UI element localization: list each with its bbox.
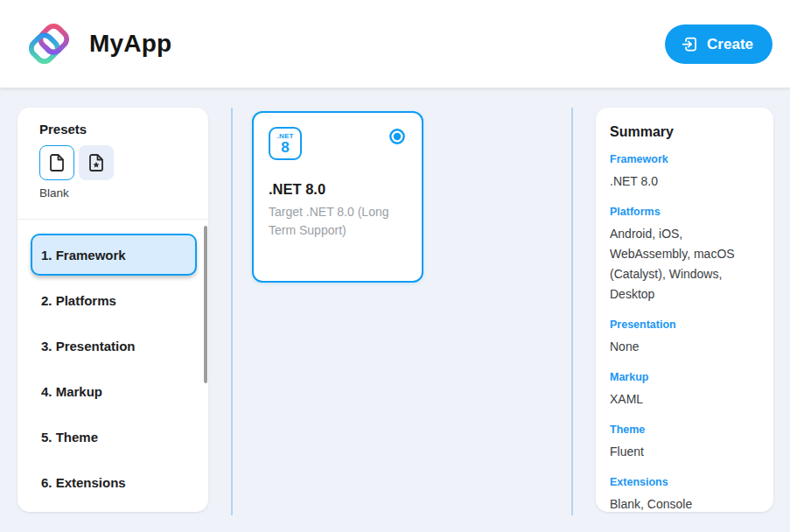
summary-label: Presentation [610, 318, 759, 331]
summary-label: Markup [610, 371, 759, 383]
step-label: 2. Platforms [41, 293, 116, 308]
summary-value: XAML [610, 389, 760, 410]
summary-label: Extensions [610, 476, 759, 488]
preset-template-button[interactable] [79, 145, 114, 180]
presets-heading: Presets [39, 122, 187, 136]
blank-file-icon [46, 152, 67, 173]
step-extensions[interactable]: 6. Extensions [31, 461, 197, 503]
framework-option-card[interactable]: .NET 8 .NET 8.0 Target .NET 8.0 (Long Te… [252, 111, 423, 283]
dotnet-8-badge-icon: .NET 8 [269, 127, 302, 160]
summary-section-markup: Markup XAML [610, 371, 759, 410]
summary-value: Fluent [610, 442, 760, 462]
summary-value: None [610, 337, 760, 357]
badge-number-text: 8 [281, 140, 289, 155]
app-logo-icon [24, 19, 73, 68]
column-divider-left [231, 108, 233, 515]
framework-option-title: .NET 8.0 [269, 181, 407, 198]
wizard-steps-list: 1. Framework 2. Platforms 3. Presentatio… [17, 234, 208, 503]
summary-value: Blank, Console [610, 494, 760, 514]
summary-section-presentation: Presentation None [610, 318, 759, 357]
enter-arrow-icon [681, 35, 699, 53]
step-platforms[interactable]: 2. Platforms [31, 279, 197, 321]
page-title: MyApp [89, 30, 171, 58]
summary-panel: Summary Framework .NET 8.0 Platforms And… [596, 108, 773, 512]
summary-value: Android, iOS, WebAssembly, macOS (Cataly… [610, 224, 760, 304]
summary-label: Theme [610, 424, 759, 436]
sidebar-divider [17, 219, 208, 220]
preset-selected-label: Blank [39, 186, 187, 200]
step-label: 1. Framework [41, 248, 126, 262]
app-header: MyApp Create [0, 0, 790, 88]
starred-file-icon [86, 152, 107, 173]
step-markup[interactable]: 4. Markup [31, 370, 197, 412]
summary-heading: Summary [610, 124, 759, 140]
summary-value: .NET 8.0 [610, 172, 760, 192]
presets-sidebar: Presets Blank [17, 108, 208, 512]
summary-label: Platforms [610, 206, 759, 218]
preset-blank-button[interactable] [39, 145, 74, 180]
step-framework[interactable]: 1. Framework [31, 234, 197, 276]
step-label: 3. Presentation [41, 339, 136, 354]
create-button-label: Create [707, 36, 753, 53]
step-label: 4. Markup [41, 384, 102, 399]
column-divider-right [571, 108, 573, 515]
summary-label: Framework [610, 153, 759, 165]
framework-option-subtitle: Target .NET 8.0 (Long Term Support) [269, 203, 410, 240]
create-button[interactable]: Create [665, 24, 773, 64]
radio-selected-icon[interactable] [388, 127, 407, 146]
wizard-content: Presets Blank [0, 89, 790, 532]
step-presentation[interactable]: 3. Presentation [31, 325, 197, 367]
summary-section-platforms: Platforms Android, iOS, WebAssembly, mac… [610, 206, 759, 304]
step-label: 5. Theme [41, 430, 98, 444]
step-theme[interactable]: 5. Theme [31, 416, 197, 458]
summary-section-framework: Framework .NET 8.0 [610, 153, 759, 192]
summary-section-theme: Theme Fluent [610, 424, 759, 462]
sidebar-scrollbar-thumb[interactable] [204, 226, 207, 383]
step-label: 6. Extensions [41, 475, 126, 490]
summary-section-extensions: Extensions Blank, Console [610, 476, 759, 514]
